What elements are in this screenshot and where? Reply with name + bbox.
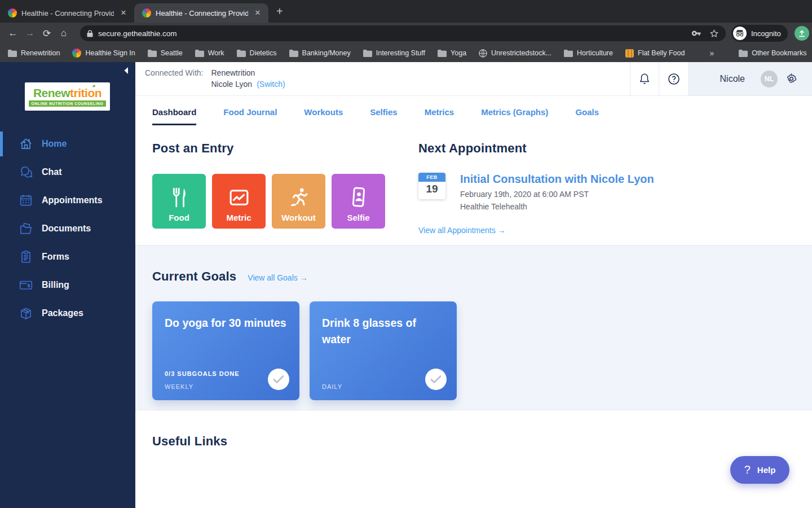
view-all-goals-link[interactable]: View all Goals →	[248, 273, 307, 282]
tab-close-icon[interactable]: ✕	[253, 8, 263, 18]
browser-tab-active[interactable]: Healthie - Connecting Provider ✕	[134, 3, 268, 23]
goal-title: Drink 8 glasses of water	[322, 315, 444, 348]
workout-entry-button[interactable]: Workout	[272, 174, 325, 229]
view-all-appointments-link[interactable]: View all Appointments →	[418, 226, 506, 235]
goal-check-button[interactable]	[425, 369, 447, 390]
app-window: Renewtrition ONLINE NUTRITION COUNSELING…	[0, 62, 812, 508]
extension-icon[interactable]	[795, 26, 809, 41]
sidebar-item-appointments[interactable]: Appointments	[0, 186, 135, 214]
bookmark-healthie-sign-in[interactable]: Healthie Sign In	[72, 49, 135, 58]
bookmark-banking-money[interactable]: Banking/Money	[289, 49, 351, 57]
notifications-button[interactable]	[630, 62, 659, 95]
help-button[interactable]: ? Help	[730, 456, 789, 484]
credit-card-icon	[18, 278, 33, 292]
folder-icon	[363, 50, 372, 57]
selfie-phone-icon	[347, 185, 370, 210]
appointment-datetime: February 19th, 2020 at 6:00 AM PST	[460, 190, 654, 199]
tab-metrics[interactable]: Metrics	[425, 107, 454, 125]
sidebar-item-documents[interactable]: Documents	[0, 214, 135, 243]
home-icon[interactable]: ⌂	[55, 28, 72, 39]
bookmark-interesting-stuff[interactable]: Interesting Stuff	[363, 49, 425, 57]
bookmarks-overflow-chevron[interactable]: »	[709, 49, 714, 58]
folder-icon	[289, 50, 298, 57]
other-bookmarks[interactable]: Other Bookmarks	[739, 49, 806, 57]
user-name: Nicole	[720, 74, 745, 84]
tab-selfies[interactable]: Selfies	[370, 107, 397, 125]
sidebar-item-chat[interactable]: Chat	[0, 158, 135, 186]
bookmark-yoga[interactable]: Yoga	[438, 49, 466, 57]
sidebar-item-billing[interactable]: Billing	[0, 271, 135, 299]
dashboard-tabs: Dashboard Food Journal Workouts Selfies …	[152, 107, 599, 125]
folder-icon	[237, 50, 246, 57]
checkmark-icon	[273, 375, 284, 384]
checkmark-icon	[430, 375, 442, 384]
connected-with-label: Connected With:	[145, 68, 204, 95]
star-icon[interactable]	[709, 29, 719, 38]
food-entry-button[interactable]: Food	[152, 174, 206, 229]
new-tab-button[interactable]: +	[276, 5, 283, 18]
tile-label: Workout	[281, 213, 316, 222]
tab-goals[interactable]: Goals	[575, 107, 599, 125]
bookmark-renewtrition[interactable]: Renewtrition	[8, 49, 60, 57]
user-menu[interactable]: Nicole NL	[688, 62, 812, 95]
appointment-date-chip: FEB 19	[418, 173, 445, 199]
bookmark-unrestrictedstock[interactable]: Unrestrictedstock...	[479, 49, 551, 58]
post-entry-title: Post an Entry	[152, 141, 395, 156]
next-appointment-title: Next Appointment	[418, 141, 791, 156]
sidebar-collapse-icon[interactable]	[123, 67, 129, 75]
browser-toolbar: ← → ⟳ ⌂ secure.gethealthie.com Incognito	[0, 23, 812, 44]
bookmark-flat-belly-food[interactable]: Flat Belly Food	[625, 49, 685, 58]
forward-icon[interactable]: →	[21, 28, 38, 39]
avatar: NL	[761, 71, 778, 87]
bookmark-seattle[interactable]: Seattle	[148, 49, 183, 57]
tab-close-icon[interactable]: ✕	[118, 8, 129, 18]
current-goals-title: Current Goals	[152, 269, 236, 284]
tab-workouts[interactable]: Workouts	[304, 107, 343, 125]
renewtrition-logo[interactable]: Renewtrition ONLINE NUTRITION COUNSELING	[25, 82, 110, 111]
healthie-favicon	[142, 8, 151, 17]
next-appointment-section: Next Appointment FEB 19 Initial Consulta…	[418, 141, 791, 235]
post-entry-section: Post an Entry Food Metric	[152, 141, 395, 229]
bookmark-horticulture[interactable]: Horticulture	[564, 49, 613, 57]
tab-dashboard[interactable]: Dashboard	[152, 107, 196, 125]
connected-with: Connected With: Renewtrition Nicole Lyon…	[135, 62, 630, 95]
question-icon: ?	[744, 463, 751, 476]
appointment-link[interactable]: Initial Consultation with Nicole Lyon	[460, 173, 654, 186]
bookmark-dietetics[interactable]: Dietetics	[237, 49, 277, 57]
app-header: Connected With: Renewtrition Nicole Lyon…	[135, 62, 812, 96]
bookmark-work[interactable]: Work	[195, 49, 224, 57]
browser-tab-inactive[interactable]: Healthie - Connecting Provider ✕	[0, 3, 134, 23]
back-icon[interactable]: ←	[5, 28, 21, 39]
useful-links-section: Useful Links	[152, 434, 227, 449]
key-icon[interactable]	[691, 28, 701, 38]
sidebar-item-forms[interactable]: Forms	[0, 243, 135, 271]
incognito-badge: Incognito	[731, 25, 788, 42]
switch-link[interactable]: (Switch)	[257, 80, 285, 89]
reload-icon[interactable]: ⟳	[38, 28, 55, 40]
goal-card-yoga[interactable]: Do yoga for 30 minutes 0/3 SUBGOALS DONE…	[152, 301, 299, 400]
folder-icon	[148, 50, 157, 57]
sidebar-item-packages[interactable]: Packages	[0, 299, 135, 327]
help-circle-button[interactable]	[659, 62, 688, 95]
sidebar-item-label: Chat	[42, 167, 62, 177]
url-text: secure.gethealthie.com	[98, 29, 691, 38]
metric-entry-button[interactable]: Metric	[212, 174, 266, 229]
incognito-icon	[736, 30, 744, 37]
tab-metrics-graphs[interactable]: Metrics (Graphs)	[481, 107, 548, 125]
folder-icon	[8, 50, 17, 57]
calendar-icon	[18, 193, 33, 208]
goal-check-button[interactable]	[268, 369, 289, 390]
runner-icon	[287, 185, 311, 210]
connected-org: Renewtrition	[211, 68, 285, 77]
sidebar-item-home[interactable]: Home	[0, 130, 135, 158]
documents-icon	[18, 221, 33, 236]
goal-card-water[interactable]: Drink 8 glasses of water DAILY	[310, 301, 457, 400]
gear-icon[interactable]	[785, 73, 797, 85]
screen: Healthie - Connecting Provider ✕ Healthi…	[0, 0, 812, 508]
package-icon	[18, 306, 33, 321]
address-bar[interactable]: secure.gethealthie.com	[80, 25, 726, 41]
chat-icon	[18, 165, 33, 179]
selfie-entry-button[interactable]: Selfie	[332, 174, 385, 229]
tab-food-journal[interactable]: Food Journal	[223, 107, 277, 125]
sidebar-item-label: Documents	[42, 224, 91, 234]
